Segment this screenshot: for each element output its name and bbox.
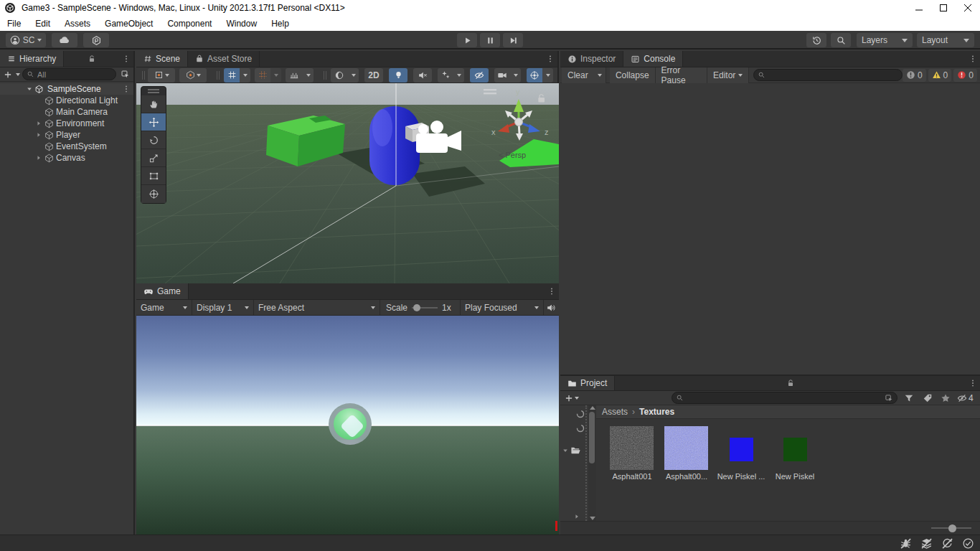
picker-icon[interactable]	[885, 394, 893, 402]
grid-snap-dropdown[interactable]	[270, 68, 281, 83]
collapse-button[interactable]: Collapse	[610, 67, 656, 83]
persp-label[interactable]: < Persp	[499, 151, 526, 159]
open-folder-icon[interactable]	[570, 445, 581, 456]
info-count-toggle[interactable]: 0	[903, 69, 926, 82]
play-focused-dropdown[interactable]: Play Focused	[461, 300, 544, 315]
project-lock-button[interactable]	[783, 376, 798, 390]
orientation-button[interactable]	[179, 68, 207, 83]
slider-knob[interactable]	[948, 524, 956, 532]
toolbar-drag-handle[interactable]	[324, 71, 326, 80]
project-search-field[interactable]	[672, 392, 897, 404]
asset-thumbnail[interactable]	[664, 426, 708, 470]
global-search-button[interactable]	[831, 33, 851, 47]
menu-assets[interactable]: Assets	[57, 16, 98, 31]
console-menu-button[interactable]	[966, 51, 980, 67]
menu-help[interactable]: Help	[264, 16, 296, 31]
compile-ok-icon[interactable]	[962, 537, 974, 550]
pivot-mode-button[interactable]	[148, 68, 175, 83]
scene-audio-toggle[interactable]	[413, 68, 432, 83]
project-folder-strip[interactable]	[560, 405, 587, 521]
hierarchy-item[interactable]: Environment	[0, 118, 133, 129]
favorites-button[interactable]	[941, 393, 951, 403]
lock-button[interactable]	[85, 51, 99, 67]
scene-picker-button[interactable]	[118, 67, 131, 82]
hierarchy-item[interactable]: Directional Light	[0, 95, 133, 106]
hierarchy-menu-button[interactable]	[119, 51, 133, 67]
tab-scene[interactable]: Scene	[136, 51, 188, 67]
foldout-closed-icon[interactable]	[35, 154, 42, 161]
hierarchy-item[interactable]: Player	[0, 129, 133, 141]
scroll-down-arrow[interactable]	[590, 517, 595, 520]
toolbar-drag-handle[interactable]	[142, 71, 145, 80]
gizmos-toggle[interactable]	[527, 68, 542, 83]
foldout-closed-icon[interactable]	[573, 513, 580, 520]
maximize-button[interactable]	[931, 0, 956, 16]
camera-settings-dropdown[interactable]	[510, 68, 521, 83]
effects-toggle[interactable]	[438, 68, 453, 83]
error-pause-button[interactable]: Error Pause	[656, 67, 707, 83]
2d-toggle[interactable]: 2D	[364, 68, 383, 83]
hierarchy-search-input[interactable]	[37, 70, 112, 79]
game-viewport[interactable]	[136, 316, 559, 534]
create-button[interactable]	[2, 67, 14, 82]
plastic-scm-button[interactable]	[83, 33, 109, 47]
game-target-dropdown[interactable]: Game	[136, 300, 192, 315]
foldout-open-icon[interactable]	[26, 85, 33, 93]
console-search-input[interactable]	[768, 71, 898, 80]
search-by-label-button[interactable]	[923, 393, 933, 403]
layout-dropdown[interactable]: Layout	[917, 33, 974, 47]
rect-tool-button[interactable]	[141, 167, 166, 185]
gizmos-dropdown[interactable]	[542, 68, 553, 83]
project-search-input[interactable]	[687, 394, 882, 402]
breadcrumb-current[interactable]: Textures	[639, 407, 674, 417]
game-audio-toggle[interactable]	[544, 300, 558, 315]
menu-edit[interactable]: Edit	[28, 16, 57, 31]
menu-window[interactable]: Window	[219, 16, 264, 31]
grid-snap-toggle[interactable]	[255, 68, 270, 83]
shading-mode-button[interactable]	[331, 68, 348, 83]
clear-dropdown[interactable]	[594, 67, 606, 83]
toolbar-drag-handle[interactable]	[217, 71, 220, 80]
folder-tree-scrollbar[interactable]	[588, 405, 596, 521]
scale-slider-knob[interactable]	[413, 304, 420, 311]
debugger-detached-icon[interactable]	[900, 537, 912, 550]
rotate-tool-button[interactable]	[141, 131, 166, 149]
hidden-packages-toggle[interactable]: 4	[957, 393, 974, 403]
cloud-button[interactable]	[52, 33, 77, 47]
tab-project[interactable]: Project	[560, 376, 615, 390]
layers-dropdown[interactable]: Layers	[857, 33, 913, 47]
minimize-button[interactable]	[907, 0, 931, 16]
menu-file[interactable]: File	[0, 16, 28, 31]
thumbnail-size-slider[interactable]	[931, 524, 971, 532]
breadcrumb-root[interactable]: Assets	[602, 407, 628, 417]
tab-asset-store[interactable]: Asset Store	[188, 51, 260, 67]
scroll-up-arrow[interactable]	[590, 406, 595, 410]
snap-increment-button[interactable]	[286, 68, 303, 83]
palette-drag-handle[interactable]	[141, 87, 166, 95]
undo-history-button[interactable]	[806, 33, 826, 47]
scene-menu-button[interactable]	[543, 51, 557, 67]
asset-grid[interactable]: Asphalt001 Asphalt00... New Piskel ... N…	[596, 419, 980, 521]
shading-mode-dropdown[interactable]	[348, 68, 359, 83]
foldout-closed-icon[interactable]	[35, 131, 42, 138]
transform-tool-button[interactable]	[141, 185, 166, 203]
scrollbar-thumb[interactable]	[589, 412, 595, 463]
effects-dropdown[interactable]	[453, 68, 464, 83]
game-menu-button[interactable]	[545, 283, 559, 299]
menu-component[interactable]: Component	[160, 16, 219, 31]
clear-button[interactable]: Clear	[562, 67, 594, 83]
scene-viewport[interactable]: y x z < Persp	[136, 83, 559, 283]
project-create-caret[interactable]	[575, 397, 579, 400]
menu-gameobject[interactable]: GameObject	[98, 16, 160, 31]
foldout-open-icon[interactable]	[562, 447, 569, 454]
project-create-button[interactable]	[563, 391, 575, 405]
scale-slider[interactable]	[412, 304, 438, 311]
play-button[interactable]	[457, 33, 477, 47]
editor-dropdown[interactable]: Editor	[707, 67, 749, 83]
grid-visibility-toggle[interactable]	[224, 68, 240, 83]
aspect-dropdown[interactable]: Free Aspect	[254, 300, 380, 315]
asset-thumbnail[interactable]	[783, 438, 807, 461]
console-content[interactable]	[560, 83, 980, 375]
create-dropdown-caret[interactable]	[16, 73, 20, 76]
tab-inspector[interactable]: Inspector	[560, 51, 623, 67]
